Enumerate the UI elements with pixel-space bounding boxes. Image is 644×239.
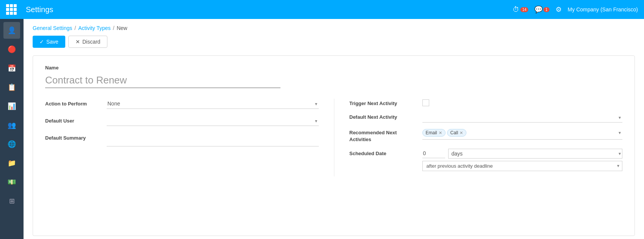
company-name: My Company (San Francisco): [568, 6, 638, 13]
action-select[interactable]: None Upload Document Sign Document: [107, 99, 319, 109]
default-next-select-wrapper: [422, 112, 623, 123]
save-label: Save: [46, 39, 58, 45]
form-grid: Action to Perform None Upload Document S…: [45, 99, 622, 176]
recommended-row: Recommended Next Activities Email ✕ Call…: [350, 128, 623, 143]
scheduled-date-row: Scheduled Date days weeks months: [350, 149, 623, 171]
trigger-row: Trigger Next Activity: [350, 99, 623, 107]
sidebar-item-support[interactable]: 🔴: [3, 41, 20, 58]
breadcrumb: General Settings / Activity Types / New: [24, 19, 644, 34]
breadcrumb-sep1: /: [74, 25, 76, 31]
action-bar: ✓ Save ✕ Discard: [24, 34, 644, 52]
clock-badge-container[interactable]: ⏱ 14: [513, 6, 528, 14]
name-field-label: Name: [45, 65, 622, 71]
tag-email-remove[interactable]: ✕: [439, 131, 442, 135]
discard-x-icon: ✕: [76, 39, 80, 45]
action-label: Action to Perform: [45, 99, 102, 107]
default-user-select-wrapper: [107, 116, 319, 126]
name-input[interactable]: [45, 73, 280, 88]
chat-badge-container[interactable]: 💬 1: [534, 5, 550, 14]
recommended-label: Recommended Next Activities: [350, 128, 418, 143]
default-next-field: [422, 112, 623, 123]
content-area: General Settings / Activity Types / New …: [24, 19, 644, 239]
clock-badge-count: 14: [520, 7, 528, 12]
discard-button[interactable]: ✕ Discard: [68, 36, 107, 48]
tag-call-remove[interactable]: ✕: [460, 131, 463, 135]
scheduled-top: days weeks months: [422, 149, 623, 159]
sidebar-item-contacts[interactable]: 👤: [3, 22, 20, 39]
default-user-label: Default User: [45, 116, 102, 124]
save-check-icon: ✓: [39, 39, 44, 45]
sidebar-item-tasks[interactable]: 📋: [3, 79, 20, 96]
days-unit-wrapper: days weeks months: [448, 149, 623, 159]
days-unit-select[interactable]: days weeks months: [448, 149, 623, 159]
trigger-field: [422, 99, 623, 106]
recommended-field: Email ✕ Call ✕: [422, 128, 623, 140]
trigger-label: Trigger Next Activity: [350, 99, 418, 107]
default-user-field: [107, 116, 319, 126]
form-left: Action to Perform None Upload Document S…: [45, 99, 334, 176]
sidebar: 👤 🔴 📅 📋 📊 👥 🌐 📁 💵 ⊞: [0, 19, 24, 239]
tag-call-label: Call: [450, 130, 458, 135]
trigger-checkbox[interactable]: [422, 99, 429, 106]
scheduled-field: days weeks months after previous activ: [422, 149, 623, 171]
default-summary-input[interactable]: [107, 133, 319, 146]
default-summary-row: Default Summary: [45, 133, 319, 148]
sidebar-item-globe[interactable]: 🌐: [3, 136, 20, 153]
sidebar-item-people[interactable]: 👥: [3, 117, 20, 134]
action-row: Action to Perform None Upload Document S…: [45, 99, 319, 109]
scheduled-label: Scheduled Date: [350, 149, 418, 157]
form-right: Trigger Next Activity Default Next Activ…: [334, 99, 623, 176]
sidebar-item-calendar[interactable]: 📅: [3, 60, 20, 77]
default-next-select[interactable]: [422, 112, 623, 123]
sidebar-item-reports[interactable]: 📊: [3, 98, 20, 115]
default-next-row: Default Next Activity: [350, 112, 623, 123]
app-title: Settings: [26, 5, 507, 14]
save-button[interactable]: ✓ Save: [33, 36, 65, 48]
settings-gear-icon[interactable]: ⚙: [556, 5, 562, 14]
main-layout: 👤 🔴 📅 📋 📊 👥 🌐 📁 💵 ⊞ General Settings / A…: [0, 19, 644, 239]
breadcrumb-current: New: [117, 25, 127, 31]
tag-call: Call ✕: [447, 129, 467, 137]
tag-email: Email ✕: [422, 129, 446, 137]
default-summary-field: [107, 133, 319, 148]
tag-email-label: Email: [426, 130, 437, 135]
recommended-select-wrapper: [468, 128, 622, 138]
action-select-wrapper: None Upload Document Sign Document: [107, 99, 319, 109]
after-select[interactable]: after previous activity deadline before …: [422, 161, 623, 171]
default-user-row: Default User: [45, 116, 319, 126]
app-grid-icon[interactable]: [6, 4, 17, 15]
default-summary-label: Default Summary: [45, 133, 102, 141]
breadcrumb-sep2: /: [113, 25, 115, 31]
chat-badge-count: 1: [543, 7, 550, 12]
topbar-actions: ⏱ 14 💬 1 ⚙ My Company (San Francisco): [513, 5, 638, 14]
breadcrumb-general-settings[interactable]: General Settings: [33, 25, 72, 31]
sidebar-item-finance[interactable]: 💵: [3, 174, 20, 190]
topbar: Settings ⏱ 14 💬 1 ⚙ My Company (San Fran…: [0, 0, 644, 19]
scheduled-days-input[interactable]: [422, 149, 445, 158]
default-next-label: Default Next Activity: [350, 112, 418, 121]
recommended-select[interactable]: [468, 128, 622, 138]
breadcrumb-activity-types[interactable]: Activity Types: [78, 25, 110, 31]
default-user-select[interactable]: [107, 116, 319, 126]
sidebar-item-folder[interactable]: 📁: [3, 155, 20, 171]
form-container: Name Action to Perform None Upload Docum…: [33, 55, 635, 236]
after-wrapper: after previous activity deadline before …: [422, 161, 623, 171]
sidebar-item-grid[interactable]: ⊞: [3, 193, 20, 209]
after-select-wrapper: after previous activity deadline before …: [422, 161, 623, 171]
discard-label: Discard: [82, 39, 100, 45]
recommended-tags: Email ✕ Call ✕: [422, 128, 623, 140]
action-field: None Upload Document Sign Document: [107, 99, 319, 109]
